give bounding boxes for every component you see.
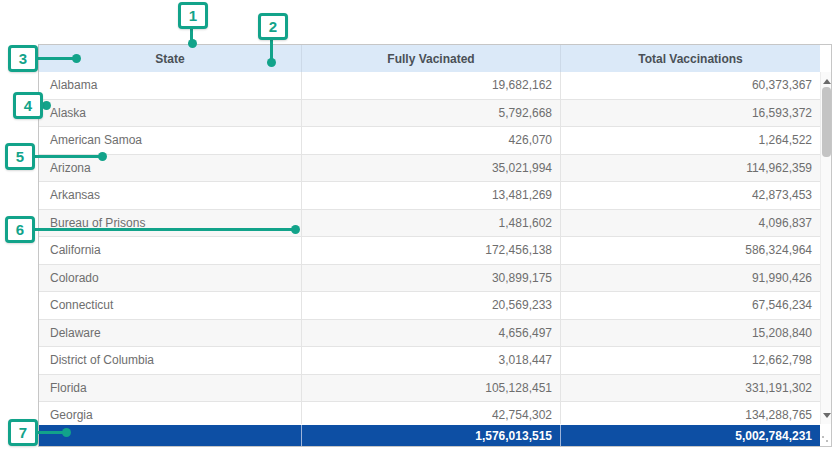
table-row[interactable]: Colorado30,899,17591,990,426 — [39, 265, 820, 293]
totals-total-vaccinations: 5,002,784,231 — [560, 425, 820, 446]
fully-vaccinated-cell: 172,456,138 — [301, 237, 560, 264]
total-vaccinations-cell: 114,962,359 — [560, 155, 820, 182]
state-cell: Connecticut — [39, 292, 301, 319]
callout-4: 4 — [13, 92, 43, 119]
callout-6: 6 — [5, 216, 35, 243]
fully-vaccinated-cell: 35,021,994 — [301, 155, 560, 182]
total-vaccinations-cell: 12,662,798 — [560, 347, 820, 374]
total-vaccinations-cell: 16,593,372 — [560, 100, 820, 127]
totals-row: 1,576,013,515 5,002,784,231 — [39, 425, 820, 446]
state-cell: Bureau of Prisons — [39, 210, 301, 237]
callout-5-dot — [98, 152, 107, 161]
state-cell: Florida — [39, 375, 301, 402]
total-vaccinations-cell: 4,096,837 — [560, 210, 820, 237]
callout-2-label: 2 — [269, 18, 277, 35]
state-cell: Arkansas — [39, 182, 301, 209]
table-row[interactable]: Florida105,128,451331,191,302 — [39, 375, 820, 403]
callout-6-label: 6 — [16, 221, 24, 238]
state-cell: Colorado — [39, 265, 301, 292]
state-cell: California — [39, 237, 301, 264]
total-vaccinations-cell: 42,873,453 — [560, 182, 820, 209]
table-row[interactable]: Georgia42,754,302134,288,765 — [39, 402, 820, 424]
state-cell: Alabama — [39, 72, 301, 99]
table-row[interactable]: Arkansas13,481,26942,873,453 — [39, 182, 820, 210]
state-cell: Georgia — [39, 402, 301, 424]
callout-7-label: 7 — [19, 424, 27, 441]
callout-3-line — [38, 57, 75, 60]
column-header-total-vaccinations[interactable]: Total Vaccinations — [560, 45, 820, 72]
callout-3-label: 3 — [19, 50, 27, 67]
resize-grip-icon[interactable] — [820, 434, 828, 442]
callout-1-dot — [188, 39, 197, 48]
scrollbar-thumb[interactable] — [822, 87, 831, 157]
state-cell: Alaska — [39, 100, 301, 127]
callout-6-line — [35, 228, 294, 231]
callout-4-dot — [42, 101, 51, 110]
chevron-down-icon — [823, 413, 831, 418]
vertical-scrollbar[interactable] — [820, 72, 831, 424]
fully-vaccinated-cell: 3,018,447 — [301, 347, 560, 374]
table-body[interactable]: Alabama19,682,16260,373,367Alaska5,792,6… — [39, 72, 820, 424]
callout-3-dot — [72, 54, 81, 63]
table-row[interactable]: Alabama19,682,16260,373,367 — [39, 72, 820, 100]
total-vaccinations-cell: 15,208,840 — [560, 320, 820, 347]
callout-5-line — [35, 155, 101, 158]
callout-3: 3 — [8, 45, 38, 72]
callout-4-label: 4 — [24, 97, 32, 114]
fully-vaccinated-cell: 5,792,668 — [301, 100, 560, 127]
table-row[interactable]: Arizona35,021,994114,962,359 — [39, 155, 820, 183]
table-row[interactable]: American Samoa426,0701,264,522 — [39, 127, 820, 155]
fully-vaccinated-cell: 426,070 — [301, 127, 560, 154]
fully-vaccinated-cell: 105,128,451 — [301, 375, 560, 402]
fully-vaccinated-cell: 42,754,302 — [301, 402, 560, 424]
state-cell: Arizona — [39, 155, 301, 182]
totals-state-cell — [39, 425, 301, 446]
callout-7-line — [38, 431, 65, 434]
total-vaccinations-cell: 67,546,234 — [560, 292, 820, 319]
screenshot-canvas: State Fully Vacinated Total Vaccinations… — [0, 0, 833, 453]
callout-5: 5 — [5, 143, 35, 170]
callout-1: 1 — [178, 2, 208, 29]
total-vaccinations-cell: 1,264,522 — [560, 127, 820, 154]
fully-vaccinated-cell: 30,899,175 — [301, 265, 560, 292]
total-vaccinations-cell: 586,324,964 — [560, 237, 820, 264]
chevron-up-icon — [823, 79, 831, 84]
fully-vaccinated-cell: 19,682,162 — [301, 72, 560, 99]
fully-vaccinated-cell: 13,481,269 — [301, 182, 560, 209]
vaccination-table: State Fully Vacinated Total Vaccinations… — [38, 44, 832, 447]
fully-vaccinated-cell: 20,569,233 — [301, 292, 560, 319]
callout-1-label: 1 — [189, 7, 197, 24]
state-cell: Delaware — [39, 320, 301, 347]
scroll-down-arrow-icon[interactable] — [821, 408, 832, 422]
total-vaccinations-cell: 91,990,426 — [560, 265, 820, 292]
state-cell: American Samoa — [39, 127, 301, 154]
callout-5-label: 5 — [16, 148, 24, 165]
callout-2-dot — [267, 58, 276, 67]
table-row[interactable]: Bureau of Prisons1,481,6024,096,837 — [39, 210, 820, 238]
table-row[interactable]: Alaska5,792,66816,593,372 — [39, 100, 820, 128]
callout-7: 7 — [8, 419, 38, 446]
total-vaccinations-cell: 331,191,302 — [560, 375, 820, 402]
table-row[interactable]: District of Columbia3,018,44712,662,798 — [39, 347, 820, 375]
callout-7-dot — [62, 428, 71, 437]
fully-vaccinated-cell: 4,656,497 — [301, 320, 560, 347]
total-vaccinations-cell: 60,373,367 — [560, 72, 820, 99]
callout-6-dot — [291, 225, 300, 234]
table-row[interactable]: Delaware4,656,49715,208,840 — [39, 320, 820, 348]
table-header-row: State Fully Vacinated Total Vaccinations — [39, 45, 820, 72]
column-header-fully-vaccinated[interactable]: Fully Vacinated — [301, 45, 560, 72]
callout-2-line — [270, 39, 273, 60]
callout-2: 2 — [258, 13, 288, 40]
totals-fully-vaccinated: 1,576,013,515 — [301, 425, 560, 446]
table-row[interactable]: California172,456,138586,324,964 — [39, 237, 820, 265]
scroll-up-arrow-icon[interactable] — [821, 74, 832, 88]
state-cell: District of Columbia — [39, 347, 301, 374]
total-vaccinations-cell: 134,288,765 — [560, 402, 820, 424]
table-row[interactable]: Connecticut20,569,23367,546,234 — [39, 292, 820, 320]
fully-vaccinated-cell: 1,481,602 — [301, 210, 560, 237]
